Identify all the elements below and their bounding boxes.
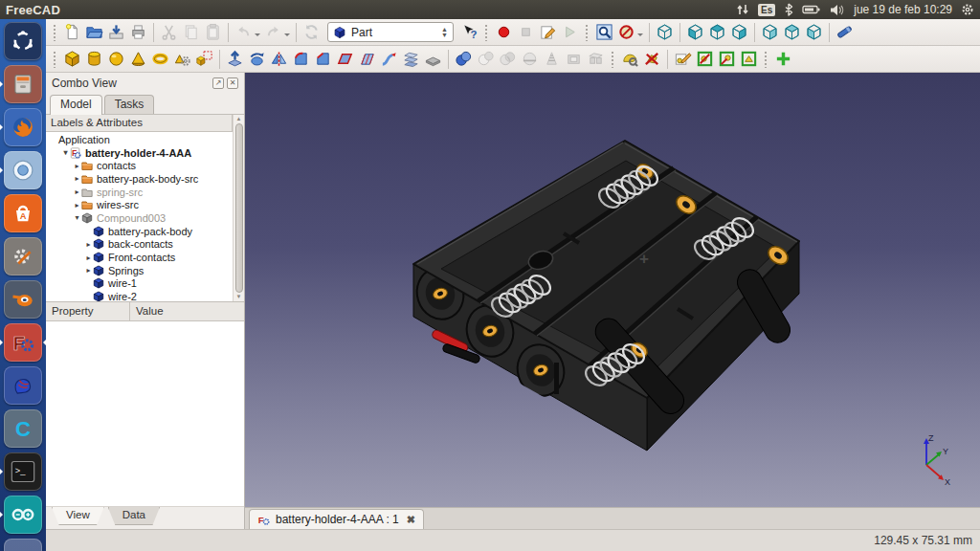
toolbar-drag-handle[interactable]	[53, 24, 57, 41]
toolbar-drag-handle[interactable]	[585, 24, 590, 41]
scroll-up-icon[interactable]: ▲	[236, 116, 242, 122]
loft-button[interactable]	[400, 48, 422, 70]
dropdown-caret-icon[interactable]	[637, 33, 643, 39]
tree-item-application[interactable]: Application	[46, 133, 233, 146]
expander-icon[interactable]: ▸	[84, 266, 93, 275]
compound-button[interactable]	[585, 48, 607, 70]
new-file-button[interactable]	[61, 21, 83, 43]
macro-record-button[interactable]	[493, 21, 515, 43]
launcher-item-trash[interactable]	[4, 539, 42, 551]
expander-icon[interactable]: ▸	[73, 187, 81, 196]
tree-item-compound003[interactable]: ▾Compound003	[46, 211, 233, 225]
expander-icon[interactable]: ▸	[73, 162, 81, 170]
launcher-item-arduino[interactable]	[4, 496, 42, 534]
expander-icon[interactable]: ▾	[61, 148, 70, 157]
expander-icon[interactable]: ▸	[73, 201, 81, 209]
view-isometric-button[interactable]	[654, 21, 676, 43]
launcher-item-software-center[interactable]: A	[4, 194, 42, 232]
toolbar-drag-handle[interactable]	[484, 24, 489, 41]
sketch-reorient-button[interactable]	[716, 48, 738, 70]
toolbar-drag-handle[interactable]	[764, 51, 768, 68]
view-bottom-button[interactable]	[781, 21, 803, 43]
open-file-button[interactable]	[83, 21, 105, 43]
tab-data[interactable]: Data	[108, 507, 160, 525]
scroll-down-icon[interactable]: ▼	[236, 294, 242, 300]
workbench-selector[interactable]: Part▲▼	[327, 22, 454, 42]
revolve-button[interactable]	[246, 48, 268, 70]
box-button[interactable]	[61, 48, 83, 70]
close-panel-icon[interactable]: ✕	[227, 77, 238, 89]
view-front-button[interactable]	[684, 21, 706, 43]
cross-sections-button[interactable]	[541, 48, 563, 70]
sweep-button[interactable]	[378, 48, 400, 70]
tree-item-wire-2[interactable]: wire-2	[46, 290, 233, 301]
fit-all-button[interactable]	[593, 21, 615, 43]
document-tab[interactable]: F battery-holder-4-AAA : 1 ✖	[249, 509, 424, 529]
launcher-item-system-settings[interactable]	[4, 237, 42, 276]
tree-item-battery-holder-4-aaa[interactable]: ▾Fbattery-holder-4-AAA	[46, 146, 233, 160]
draw-style-button[interactable]	[615, 21, 637, 43]
bluetooth-icon[interactable]	[784, 3, 793, 16]
print-button[interactable]	[127, 21, 149, 43]
tree-item-spring-src[interactable]: ▸spring-src	[46, 186, 233, 199]
tree-item-battery-pack-body-src[interactable]: ▸battery-pack-body-src	[46, 172, 233, 186]
add-item-button[interactable]	[772, 48, 794, 70]
launcher-item-cura[interactable]: C	[4, 409, 42, 448]
boolean-intersection-button[interactable]	[497, 48, 519, 70]
mirror-button[interactable]	[268, 48, 290, 70]
tab-view[interactable]: View	[52, 507, 104, 525]
extrude-button[interactable]	[224, 48, 246, 70]
expander-icon[interactable]: ▸	[84, 253, 93, 262]
dropdown-caret-icon[interactable]	[255, 33, 260, 39]
copy-button[interactable]	[180, 21, 202, 43]
expander-icon[interactable]: ▸	[84, 240, 93, 249]
tree-item-springs[interactable]: ▸Springs	[46, 264, 233, 277]
session-gear-icon[interactable]	[961, 3, 974, 16]
launcher-item-blender[interactable]	[4, 280, 42, 319]
expander-icon[interactable]: ▸	[73, 174, 81, 183]
launcher-item-terminal[interactable]: >_	[4, 452, 42, 491]
redo-button[interactable]	[262, 21, 284, 43]
macro-edit-button[interactable]	[537, 21, 559, 43]
sphere-button[interactable]	[105, 48, 127, 70]
measure-linear-button[interactable]	[834, 21, 856, 43]
macro-stop-button[interactable]	[515, 21, 537, 43]
undo-button[interactable]	[233, 21, 255, 43]
toolbar-drag-handle[interactable]	[53, 51, 57, 68]
cut-button[interactable]	[158, 21, 180, 43]
tab-tasks[interactable]: Tasks	[104, 95, 155, 114]
tree-item-front-contacts[interactable]: ▸Front-contacts	[46, 251, 233, 264]
paste-button[interactable]	[202, 21, 224, 43]
volume-icon[interactable]	[830, 4, 845, 16]
fillet-button[interactable]	[290, 48, 312, 70]
property-table-body[interactable]	[46, 321, 244, 506]
tree-scrollbar[interactable]: ▲ ▼	[233, 115, 244, 301]
create-primitives-button[interactable]	[171, 48, 193, 70]
launcher-item-ubuntu-dash[interactable]	[4, 22, 42, 60]
thickness-button[interactable]	[563, 48, 585, 70]
network-arrows-icon[interactable]	[736, 3, 749, 16]
view-left-button[interactable]	[803, 21, 825, 43]
launcher-item-firefox[interactable]	[4, 108, 42, 146]
float-panel-icon[interactable]: ↗	[212, 77, 224, 89]
3d-viewport[interactable]: +	[245, 73, 980, 507]
shape-builder-button[interactable]	[193, 48, 215, 70]
cylinder-button[interactable]	[83, 48, 105, 70]
view-top-button[interactable]	[706, 21, 728, 43]
sketch-validate-button[interactable]	[694, 48, 716, 70]
dropdown-caret-icon[interactable]	[284, 33, 290, 39]
close-document-icon[interactable]: ✖	[407, 514, 415, 526]
save-file-button[interactable]	[105, 21, 127, 43]
offset-button[interactable]	[422, 48, 444, 70]
macro-play-button[interactable]	[559, 21, 581, 43]
launcher-item-blue-head-app[interactable]	[4, 366, 42, 405]
tree-item-contacts[interactable]: ▸contacts	[46, 159, 233, 172]
cone-button[interactable]	[127, 48, 149, 70]
tree-item-back-contacts[interactable]: ▸back-contacts	[46, 238, 233, 252]
launcher-item-freecad[interactable]: F	[4, 323, 42, 362]
toolbar-drag-handle[interactable]	[611, 51, 615, 68]
sketch-map-face-button[interactable]	[738, 48, 760, 70]
boolean-section-button[interactable]	[519, 48, 541, 70]
battery-icon[interactable]	[802, 4, 821, 15]
whats-this-button[interactable]: ?	[458, 21, 480, 43]
